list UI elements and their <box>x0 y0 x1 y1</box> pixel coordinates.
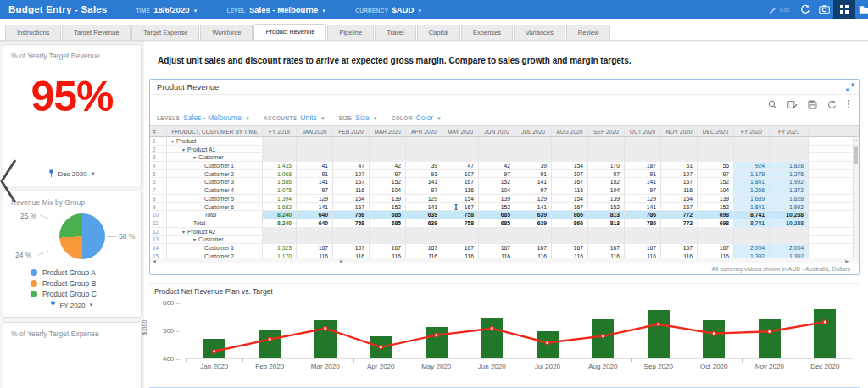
grid-cell[interactable]: 685 <box>370 219 406 228</box>
grid-cell[interactable]: 8,741 <box>734 211 770 219</box>
grid-cell[interactable]: 167 <box>588 244 625 252</box>
grid-cell[interactable]: 116 <box>333 186 370 195</box>
grid-cell[interactable]: 167 <box>552 178 588 186</box>
grid-cell[interactable]: 141 <box>297 203 333 212</box>
grid-cell[interactable]: 104 <box>479 186 515 195</box>
grid-cell[interactable]: 141 <box>406 178 442 186</box>
grid-cell[interactable]: 39 <box>406 162 442 170</box>
row-label-total[interactable]: Total <box>167 211 263 219</box>
grid-cell[interactable]: 91 <box>406 170 442 179</box>
grid-cell[interactable]: 167 <box>406 244 442 252</box>
grid-cell[interactable]: 139 <box>698 195 734 203</box>
grid-cell[interactable]: 1,276 <box>770 170 809 179</box>
grid-cell[interactable]: 1,394 <box>263 195 297 203</box>
grid-cell[interactable]: 167 <box>370 244 406 252</box>
grid-cell[interactable]: 91 <box>515 170 552 179</box>
grid-cell[interactable]: 141 <box>515 178 552 186</box>
tree-collapse-icon[interactable]: ▾ <box>182 230 185 235</box>
tab-expenses[interactable]: Expenses <box>461 25 513 40</box>
grid-cell[interactable]: 167 <box>333 244 370 252</box>
row-label-customer-1[interactable]: Customer 1 <box>167 244 263 252</box>
tree-collapse-icon[interactable]: ▾ <box>193 155 196 160</box>
grid-cell[interactable]: 758 <box>333 219 370 228</box>
grid-cell[interactable]: 116 <box>661 186 698 195</box>
grid-cell[interactable]: 1,435 <box>263 162 297 170</box>
refresh-button[interactable] <box>827 100 837 109</box>
grid-cell[interactable]: 167 <box>442 203 479 212</box>
grid-cell[interactable]: 2,004 <box>770 244 809 252</box>
grid-cell[interactable]: 104 <box>370 186 406 195</box>
grid-cell[interactable]: 1,266 <box>734 186 770 195</box>
grid-cell[interactable]: 1,841 <box>734 178 770 186</box>
grid-cell[interactable]: 139 <box>479 195 515 203</box>
grid-cell[interactable]: 639 <box>515 211 552 219</box>
grid-cell[interactable]: 97 <box>479 170 515 179</box>
row-label-customer[interactable]: ▾Customer <box>167 236 263 244</box>
tab-instructions[interactable]: Instructions <box>5 25 61 40</box>
grid-cell[interactable]: 10,288 <box>770 211 809 219</box>
expand-panel-button[interactable] <box>846 83 854 91</box>
grid-cell[interactable]: 97 <box>698 170 734 179</box>
grid-cell[interactable]: 152 <box>698 203 734 212</box>
grid-cell[interactable]: 924 <box>734 162 770 170</box>
grid-cell[interactable]: 772 <box>661 219 698 228</box>
grid-cell[interactable]: 141 <box>297 178 333 186</box>
grid-cell[interactable]: 640 <box>297 219 333 228</box>
currency-dropdown[interactable]: CURRENCY $AUD ▼ <box>355 5 422 14</box>
grid-cell[interactable]: 152 <box>588 203 625 212</box>
grid-cell[interactable]: 167 <box>333 203 370 212</box>
tab-workforce[interactable]: Workforce <box>200 25 253 40</box>
tab-pipeline[interactable]: Pipeline <box>327 25 374 40</box>
grid-cell[interactable]: 813 <box>588 219 625 228</box>
grid-cell[interactable]: 97 <box>406 186 442 195</box>
revenue-period-dropdown[interactable]: Dec 2020 ▼ <box>3 169 141 178</box>
grid-cell[interactable]: 104 <box>698 186 734 195</box>
grid-cell[interactable]: 91 <box>297 170 333 179</box>
grid-cell[interactable]: 1,992 <box>770 203 809 212</box>
tab-variances[interactable]: Variances <box>514 25 565 40</box>
grid-cell[interactable]: 167 <box>625 244 661 252</box>
grid-cell[interactable]: 758 <box>442 211 479 219</box>
grid-cell[interactable]: 61 <box>661 162 698 170</box>
grid-cell[interactable]: 42 <box>479 162 515 170</box>
grid-cell[interactable]: 1,179 <box>734 170 770 179</box>
vertical-scrollbar-thumb[interactable] <box>854 146 858 164</box>
apps-grid-button[interactable] <box>833 0 855 19</box>
grid-cell[interactable]: 772 <box>661 211 698 219</box>
grid-cell[interactable]: 167 <box>552 244 588 252</box>
grid-cell[interactable]: 698 <box>698 219 734 228</box>
grid-cell[interactable]: 685 <box>479 219 515 228</box>
grid-cell[interactable]: 1,689 <box>734 195 770 203</box>
more-options-button[interactable] <box>847 99 850 109</box>
grid-cell[interactable]: 154 <box>552 195 588 203</box>
search-button[interactable] <box>768 100 777 109</box>
refresh-button[interactable] <box>796 0 815 19</box>
grid-cell[interactable]: 47 <box>442 162 479 170</box>
sidebar-collapse-button[interactable] <box>0 158 19 205</box>
grid-cell[interactable]: 167 <box>442 244 479 252</box>
grid-cell[interactable]: 640 <box>297 211 333 219</box>
annotate-button[interactable] <box>787 100 798 109</box>
grid-cell[interactable]: 152 <box>479 178 515 186</box>
grid-cell[interactable]: 104 <box>588 186 625 195</box>
grid-cell[interactable]: 8,240 <box>263 211 297 219</box>
grid-cell[interactable]: 97 <box>297 186 333 195</box>
grid-cell[interactable]: 91 <box>625 170 661 179</box>
grid-cell[interactable]: 167 <box>442 178 479 186</box>
grid-cell[interactable]: 97 <box>588 170 625 179</box>
grid-cell[interactable]: 8,741 <box>734 219 770 228</box>
grid-cell[interactable]: 187 <box>625 162 661 170</box>
grid-cell[interactable]: 154 <box>442 195 479 203</box>
grid-cell[interactable]: 154 <box>661 195 698 203</box>
grid-cell[interactable]: 1,828 <box>770 195 809 203</box>
folder-button[interactable] <box>855 0 868 19</box>
grid-cell[interactable]: 1,586 <box>263 178 297 186</box>
grid-cell[interactable]: 141 <box>625 203 661 212</box>
grid-cell[interactable]: 167 <box>333 178 370 186</box>
grid-cell[interactable]: 107 <box>333 170 370 179</box>
tab-review[interactable]: Review <box>566 25 611 40</box>
tab-target-expense[interactable]: Target Expense <box>131 25 199 40</box>
grid-cell[interactable]: 97 <box>370 170 406 179</box>
tree-collapse-icon[interactable]: ▾ <box>171 139 174 144</box>
grid-cell[interactable]: 758 <box>333 211 370 219</box>
